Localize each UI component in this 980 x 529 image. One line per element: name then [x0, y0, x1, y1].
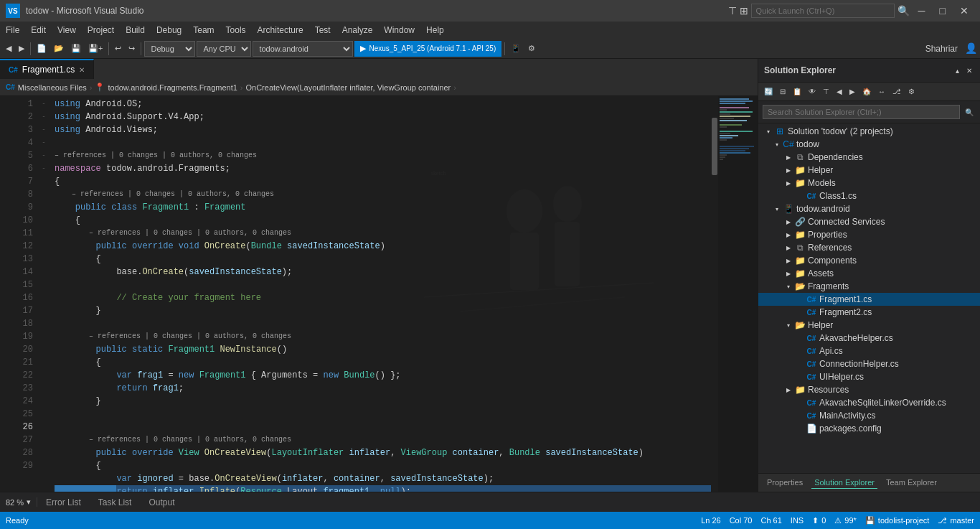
tree-fragment2[interactable]: C# Fragment2.cs: [758, 306, 980, 319]
se-collapse-button[interactable]: ⊟: [777, 83, 788, 100]
tree-resources-folder[interactable]: ▶ 📁 Resources: [758, 383, 980, 396]
menu-edit[interactable]: Edit: [25, 22, 52, 39]
quick-launch-input[interactable]: [751, 4, 895, 18]
tree-class1[interactable]: C# Class1.cs: [758, 189, 980, 202]
save-all-button[interactable]: 💾+: [85, 40, 105, 57]
status-project[interactable]: 💾 todolist-project: [865, 516, 930, 525]
menu-analyze[interactable]: Analyze: [336, 22, 379, 39]
android-expand-icon[interactable]: ▾: [771, 206, 783, 212]
se-filter-button[interactable]: ⊤: [820, 83, 832, 100]
tree-connected-services[interactable]: ▶ 🔗 Connected Services: [758, 215, 980, 228]
close-button[interactable]: ✕: [954, 0, 974, 22]
open-button[interactable]: 📂: [51, 40, 67, 57]
editor-scrollbar[interactable]: [711, 96, 718, 492]
tree-packages-config[interactable]: 📄 packages.config: [758, 422, 980, 435]
tree-main-activity[interactable]: C# MainActivity.cs: [758, 409, 980, 422]
code-editor[interactable]: sketch using Android.OS; using Android.S…: [49, 96, 711, 492]
todow-expand-icon[interactable]: ▾: [771, 141, 783, 148]
helper-expand-icon[interactable]: ▶: [783, 167, 794, 174]
status-col[interactable]: Col 70: [730, 516, 753, 525]
status-ch[interactable]: Ch 61: [760, 516, 781, 525]
forward-button[interactable]: ▶: [16, 40, 27, 57]
se-settings-button[interactable]: ⚙: [905, 83, 918, 100]
tree-solution[interactable]: ▾ ⊞ Solution 'todow' (2 projects): [758, 125, 980, 138]
tree-fragment1[interactable]: C# Fragment1.cs: [758, 293, 980, 306]
se-home-button[interactable]: 🏠: [859, 83, 874, 100]
redo-button[interactable]: ↪: [126, 40, 138, 57]
tree-akavache-linker[interactable]: C# AkavacheSqliteLinkerOverride.cs: [758, 396, 980, 409]
breadcrumb-part1[interactable]: Miscellaneous Files: [18, 83, 87, 92]
maximize-button[interactable]: □: [934, 0, 951, 22]
se-git-button[interactable]: ⎇: [890, 83, 904, 100]
search-icon[interactable]: 🔍: [897, 5, 910, 17]
project-dropdown[interactable]: todow.android: [253, 41, 353, 57]
references-expand-icon[interactable]: ▶: [783, 245, 794, 251]
tree-project-android[interactable]: ▾ 📱 todow.android: [758, 202, 980, 215]
se-tab-solution-explorer[interactable]: Solution Explorer: [811, 477, 877, 489]
se-tab-properties[interactable]: Properties: [764, 477, 806, 489]
dep-expand-icon[interactable]: ▶: [783, 154, 794, 161]
device-button[interactable]: 📱: [508, 40, 524, 57]
tree-assets[interactable]: ▶ 📁 Assets: [758, 267, 980, 280]
menu-team[interactable]: Team: [187, 22, 220, 39]
se-refresh-button[interactable]: 🔄: [761, 83, 776, 100]
models-expand-icon[interactable]: ▶: [783, 180, 794, 187]
se-next-button[interactable]: ▶: [847, 83, 858, 100]
settings-button[interactable]: ⚙: [525, 40, 538, 57]
se-close-button[interactable]: ✕: [964, 62, 974, 79]
se-search-button[interactable]: 🔍: [963, 103, 976, 121]
components-expand-icon[interactable]: ▶: [783, 258, 794, 264]
tree-properties[interactable]: ▶ 📁 Properties: [758, 228, 980, 241]
se-prev-button[interactable]: ◀: [834, 83, 845, 100]
zoom-control[interactable]: 82 % ▾: [0, 497, 37, 507]
menu-project[interactable]: Project: [82, 22, 120, 39]
platform-dropdown[interactable]: Any CPU: [197, 41, 251, 57]
helper-android-expand-icon[interactable]: ▾: [783, 322, 794, 329]
solution-expand-icon[interactable]: ▾: [763, 128, 774, 135]
status-branch[interactable]: ⎇ master: [938, 516, 974, 525]
tree-models-folder[interactable]: ▶ 📁 Models: [758, 177, 980, 189]
tab-close-button[interactable]: ✕: [79, 66, 85, 74]
tree-connection-helper[interactable]: C# ConnectionHelper.cs: [758, 357, 980, 370]
assets-expand-icon[interactable]: ▶: [783, 271, 794, 277]
undo-button[interactable]: ↩: [112, 40, 124, 57]
menu-tools[interactable]: Tools: [220, 22, 252, 39]
fragments-expand-icon[interactable]: ▾: [783, 284, 794, 290]
menu-test[interactable]: Test: [309, 22, 336, 39]
menu-debug[interactable]: Debug: [151, 22, 187, 39]
status-warnings[interactable]: ⚠ 99*: [834, 516, 857, 525]
status-line[interactable]: Ln 26: [701, 516, 721, 525]
status-errors[interactable]: ⬆ 0: [812, 516, 826, 525]
tree-helper-android-folder[interactable]: ▾ 📂 Helper: [758, 319, 980, 332]
status-ready[interactable]: Ready: [6, 516, 29, 525]
tree-project-todow[interactable]: ▾ C# todow: [758, 138, 980, 151]
tab-error-list[interactable]: Error List: [37, 495, 90, 510]
resources-expand-icon[interactable]: ▶: [783, 387, 794, 393]
menu-help[interactable]: Help: [420, 22, 450, 39]
config-dropdown[interactable]: Debug Release: [144, 41, 195, 57]
save-button[interactable]: 💾: [68, 40, 84, 57]
se-properties-button[interactable]: 📋: [790, 83, 804, 100]
active-tab[interactable]: C# Fragment1.cs ✕: [0, 59, 94, 79]
menu-build[interactable]: Build: [120, 22, 151, 39]
status-ins[interactable]: INS: [791, 516, 804, 525]
se-sync-button[interactable]: ↔: [875, 83, 888, 100]
connected-expand-icon[interactable]: ▶: [783, 219, 794, 225]
se-show-all-button[interactable]: 👁: [806, 83, 819, 100]
run-button[interactable]: ▶ Nexus_5_API_25 (Android 7.1 - API 25): [354, 41, 501, 57]
se-pin-button[interactable]: ▴: [953, 62, 961, 79]
tree-dependencies[interactable]: ▶ ⧉ Dependencies: [758, 151, 980, 164]
menu-architecture[interactable]: Architecture: [252, 22, 309, 39]
zoom-dropdown-icon[interactable]: ▾: [27, 497, 31, 507]
minimize-button[interactable]: ─: [913, 0, 931, 22]
tree-fragments-folder[interactable]: ▾ 📂 Fragments: [758, 280, 980, 293]
tree-akavache-helper[interactable]: C# AkavacheHelper.cs: [758, 332, 980, 345]
back-button[interactable]: ◀: [3, 40, 14, 57]
tree-helper-folder[interactable]: ▶ 📁 Helper: [758, 164, 980, 177]
menu-file[interactable]: File: [0, 22, 25, 39]
tree-ui-helper[interactable]: C# UIHelper.cs: [758, 370, 980, 383]
new-project-button[interactable]: 📄: [34, 40, 50, 57]
tab-task-list[interactable]: Task List: [90, 495, 141, 510]
menu-view[interactable]: View: [52, 22, 82, 39]
tree-api[interactable]: C# Api.cs: [758, 345, 980, 357]
